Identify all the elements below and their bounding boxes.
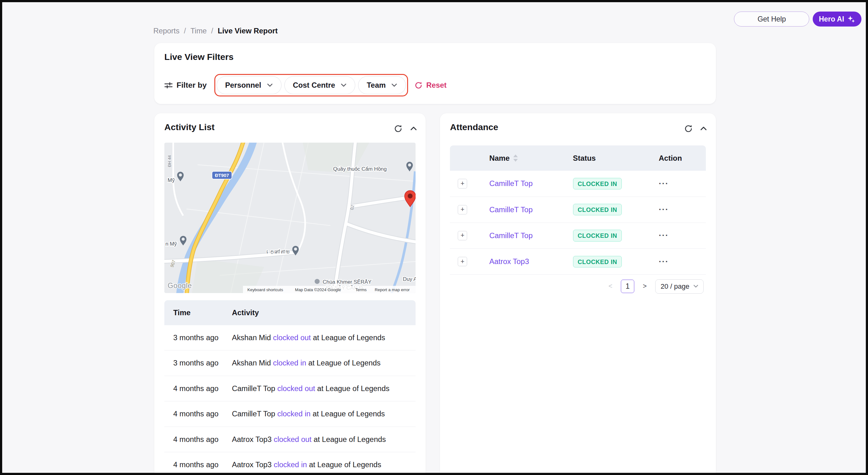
activity-action: clocked in xyxy=(274,460,307,469)
sort-icon[interactable] xyxy=(513,155,518,162)
terms-link[interactable]: Terms xyxy=(355,287,367,292)
filter-sliders-icon xyxy=(164,81,173,89)
activity-person: Aatrox Top3 xyxy=(232,435,272,443)
row-actions-button[interactable]: ··· xyxy=(659,257,669,267)
activity-text: Akshan Mid clocked in at League of Legen… xyxy=(223,359,416,367)
activity-location: at League of Legends xyxy=(314,435,386,443)
get-help-label: Get Help xyxy=(757,15,786,24)
pagination-next-button[interactable]: > xyxy=(639,280,650,293)
personnel-dropdown[interactable]: Personnel xyxy=(217,76,281,94)
activity-person: CamilleT Top xyxy=(232,384,275,393)
breadcrumb-separator: / xyxy=(184,27,186,35)
activity-text: Aatrox Top3 clocked in at League of Lege… xyxy=(223,460,416,469)
chevron-up-icon xyxy=(410,126,417,131)
reset-icon xyxy=(415,81,423,89)
google-map[interactable]: ĐT907 ĐH 44 02 907 Quầy thuốc Cẩm Hồng M… xyxy=(164,143,415,293)
map-road-badge: ĐT907 xyxy=(212,171,232,179)
breadcrumb-current: Live View Report xyxy=(218,27,278,35)
reset-button[interactable]: Reset xyxy=(415,81,446,90)
keyboard-shortcuts-link[interactable]: Keyboard shortcuts xyxy=(247,287,283,292)
get-help-button[interactable]: Get Help xyxy=(734,11,809,27)
report-map-error-link[interactable]: Report a map error xyxy=(375,287,410,292)
map-road-badge-label: ĐT907 xyxy=(215,173,229,178)
personnel-dropdown-label: Personnel xyxy=(225,81,261,90)
activity-text: CamilleT Top clocked out at League of Le… xyxy=(223,384,416,393)
attendance-name-link[interactable]: Aatrox Top3 xyxy=(489,257,529,266)
map-label-my: Mỹ xyxy=(168,177,175,183)
filter-by-label: Filter by xyxy=(177,81,207,90)
expand-row-button[interactable]: + xyxy=(458,179,467,188)
status-badge: CLOCKED IN xyxy=(573,178,622,190)
column-status: Status xyxy=(573,154,659,163)
expand-row-button[interactable]: + xyxy=(458,231,467,240)
expand-row-button[interactable]: + xyxy=(458,257,467,266)
attendance-row: + Aatrox Top3 CLOCKED IN ··· xyxy=(450,249,706,275)
refresh-button[interactable] xyxy=(394,125,402,133)
google-logo[interactable]: Google xyxy=(168,281,192,290)
activity-row: 4 months ago Aatrox Top3 clocked in at L… xyxy=(164,452,415,475)
expand-row-button[interactable]: + xyxy=(458,205,467,214)
attendance-row: + CamilleT Top CLOCKED IN ··· xyxy=(450,171,706,197)
team-dropdown[interactable]: Team xyxy=(358,76,406,94)
page-size-value: 20 / page xyxy=(660,282,689,291)
status-badge: CLOCKED IN xyxy=(573,204,622,215)
pagination: < 1 > 20 / page xyxy=(605,279,704,294)
activity-list-title: Activity List xyxy=(164,122,215,132)
activity-time: 4 months ago xyxy=(164,409,223,418)
map-label-pharmacy: Quầy thuốc Cẩm Hồng xyxy=(333,166,386,172)
row-actions-button[interactable]: ··· xyxy=(659,179,669,189)
activity-action: clocked out xyxy=(277,384,315,393)
hero-ai-button[interactable]: Hero AI xyxy=(813,11,862,27)
activity-action: clocked in xyxy=(277,409,311,418)
sparkle-icon xyxy=(847,15,855,23)
row-actions-button[interactable]: ··· xyxy=(659,231,669,240)
status-badge: CLOCKED IN xyxy=(573,256,622,267)
activity-time: 4 months ago xyxy=(164,460,223,469)
attendance-table-header: Name Status Action xyxy=(450,145,706,171)
collapse-button[interactable] xyxy=(700,126,707,131)
breadcrumb-time[interactable]: Time xyxy=(190,27,207,35)
attendance-name-link[interactable]: CamilleT Top xyxy=(489,179,533,188)
activity-table-header: Time Activity xyxy=(164,300,415,325)
status-badge: CLOCKED IN xyxy=(573,230,622,241)
activity-action: clocked out xyxy=(273,333,311,342)
attendance-name-link[interactable]: CamilleT Top xyxy=(489,205,533,214)
activity-person: Aatrox Top3 xyxy=(232,460,272,469)
activity-row: 4 months ago Aatrox Top3 clocked out at … xyxy=(164,427,415,452)
map-label-duy-a: Duy A xyxy=(403,276,416,282)
reset-label: Reset xyxy=(426,81,446,90)
map-label-khmer: ក្តៅតាឃ xyxy=(267,249,290,255)
activity-person: Akshan Mid xyxy=(232,359,271,367)
activity-location: at League of Legends xyxy=(313,333,385,342)
column-name[interactable]: Name xyxy=(489,154,573,163)
attendance-name-link[interactable]: CamilleT Top xyxy=(489,231,533,240)
cost-centre-dropdown-label: Cost Centre xyxy=(293,81,335,90)
breadcrumb-reports[interactable]: Reports xyxy=(153,27,180,35)
activity-action: clocked out xyxy=(274,435,312,443)
refresh-button[interactable] xyxy=(684,125,693,133)
activity-location: at League of Legends xyxy=(308,359,380,367)
activity-time: 4 months ago xyxy=(164,435,223,444)
activity-time: 3 months ago xyxy=(164,333,223,342)
app-window: Get Help Hero AI Reports / Time / Live V… xyxy=(0,0,868,475)
page-size-select[interactable]: 20 / page xyxy=(655,279,703,294)
activity-row: 4 months ago CamilleT Top clocked in at … xyxy=(164,401,415,427)
activity-location: at League of Legends xyxy=(312,409,384,418)
row-actions-button[interactable]: ··· xyxy=(659,205,669,214)
cost-centre-dropdown[interactable]: Cost Centre xyxy=(284,76,355,94)
attendance-table: Name Status Action + CamilleT Top CLOCKE… xyxy=(450,145,706,275)
pagination-page-1[interactable]: 1 xyxy=(621,280,634,293)
chevron-up-icon xyxy=(700,126,707,131)
chevron-down-icon xyxy=(391,83,397,87)
activity-text: Aatrox Top3 clocked out at League of Leg… xyxy=(223,435,416,444)
column-action: Action xyxy=(659,154,706,163)
collapse-button[interactable] xyxy=(410,126,417,131)
pagination-prev-button[interactable]: < xyxy=(605,280,616,293)
activity-action: clocked in xyxy=(273,359,306,367)
activity-row: 3 months ago Akshan Mid clocked in at Le… xyxy=(164,350,415,376)
column-activity: Activity xyxy=(223,308,416,317)
activity-text: CamilleT Top clocked in at League of Leg… xyxy=(223,409,416,418)
chevron-down-icon xyxy=(267,83,273,87)
breadcrumb-separator: / xyxy=(211,27,213,35)
live-view-filters-card: Live View Filters Filter by Personnel xyxy=(154,43,715,104)
